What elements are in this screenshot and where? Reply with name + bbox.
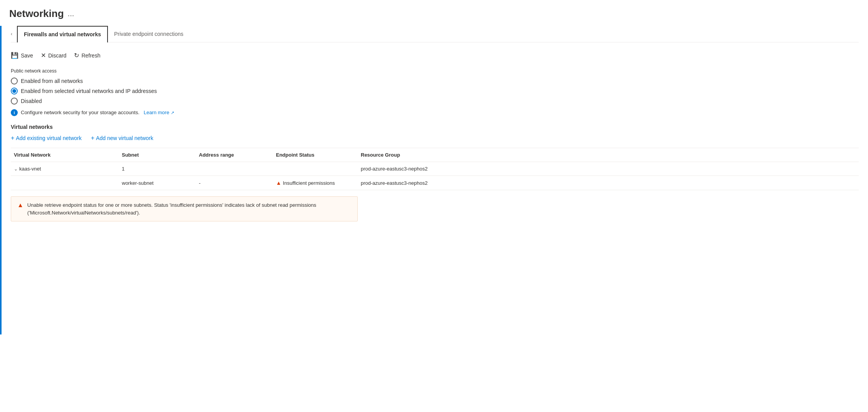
radio-all-networks[interactable]: Enabled from all networks <box>11 78 859 84</box>
content-area: ‹ Firewalls and virtual networks Private… <box>2 26 868 334</box>
collapse-button[interactable]: ‹ <box>11 28 17 40</box>
cell-address-range-2: - <box>196 180 273 186</box>
warning-badge: ▲ Insufficient permissions <box>276 180 335 186</box>
public-network-access-label: Public network access <box>11 68 859 74</box>
cell-subnet-1: 1 <box>119 166 196 172</box>
chevron-down-icon[interactable]: ⌄ <box>14 166 18 172</box>
virtual-networks-table: Virtual Network Subnet Address range End… <box>11 148 859 190</box>
plus-icon-new: + <box>91 135 94 142</box>
warning-box-icon: ▲ <box>17 202 24 209</box>
col-header-resource-group: Resource Group <box>358 152 466 158</box>
warning-triangle-icon: ▲ <box>276 180 281 186</box>
warning-box-text: Unable retrieve endpoint status for one … <box>27 201 351 216</box>
plus-icon-existing: + <box>11 135 14 142</box>
table-row: worker-subnet - ▲ Insufficient permissio… <box>11 176 859 190</box>
radio-group: Enabled from all networks Enabled from s… <box>11 78 859 105</box>
tab-firewalls[interactable]: Firewalls and virtual networks <box>17 26 108 42</box>
radio-circle-selected <box>11 88 18 95</box>
save-icon: 💾 <box>11 52 19 59</box>
radio-selected-networks[interactable]: Enabled from selected virtual networks a… <box>11 88 859 95</box>
refresh-icon: ↻ <box>74 52 79 59</box>
col-header-subnet: Subnet <box>119 152 196 158</box>
radio-circle-all <box>11 78 18 84</box>
info-text: Configure network security for your stor… <box>21 110 174 115</box>
save-button[interactable]: 💾 Save <box>11 50 33 61</box>
table-row: ⌄ kaas-vnet 1 prod-azure-eastusc3-nephos… <box>11 162 859 176</box>
radio-label-selected: Enabled from selected virtual networks a… <box>21 88 157 94</box>
col-header-virtual-network: Virtual Network <box>11 152 119 158</box>
col-header-address-range: Address range <box>196 152 273 158</box>
page-header: Networking ... <box>0 8 868 26</box>
cell-resource-group-1: prod-azure-eastusc3-nephos2 <box>358 166 466 172</box>
tab-private-endpoint[interactable]: Private endpoint connections <box>108 26 190 42</box>
learn-more-link[interactable]: Learn more ↗ <box>142 110 174 115</box>
toolbar: 💾 Save ✕ Discard ↻ Refresh <box>11 50 859 61</box>
page-title: Networking <box>9 8 64 20</box>
warning-box: ▲ Unable retrieve endpoint status for on… <box>11 196 358 221</box>
cell-resource-group-2: prod-azure-eastusc3-nephos2 <box>358 180 466 186</box>
cell-virtual-network-1: ⌄ kaas-vnet <box>11 166 119 172</box>
discard-button[interactable]: ✕ Discard <box>41 50 66 61</box>
radio-disabled[interactable]: Disabled <box>11 98 859 105</box>
add-new-vnet-button[interactable]: + Add new virtual network <box>91 135 153 142</box>
external-link-icon: ↗ <box>171 111 174 115</box>
radio-label-disabled: Disabled <box>21 98 42 104</box>
virtual-networks-section: Virtual networks + Add existing virtual … <box>11 124 859 221</box>
table-header: Virtual Network Subnet Address range End… <box>11 148 859 162</box>
add-existing-vnet-button[interactable]: + Add existing virtual network <box>11 135 82 142</box>
radio-circle-disabled <box>11 98 18 105</box>
virtual-networks-title: Virtual networks <box>11 124 859 130</box>
tabs-container: ‹ Firewalls and virtual networks Private… <box>11 26 859 42</box>
refresh-button[interactable]: ↻ Refresh <box>74 50 100 61</box>
radio-label-all: Enabled from all networks <box>21 78 83 84</box>
ellipsis-menu-icon[interactable]: ... <box>68 9 74 18</box>
info-icon: i <box>11 109 18 116</box>
info-row: i Configure network security for your st… <box>11 109 859 116</box>
discard-icon: ✕ <box>41 52 46 59</box>
main-content: ‹ Firewalls and virtual networks Private… <box>0 26 868 334</box>
add-buttons: + Add existing virtual network + Add new… <box>11 135 859 142</box>
cell-endpoint-status-2: ▲ Insufficient permissions <box>273 180 358 186</box>
public-network-access-section: Public network access Enabled from all n… <box>11 68 859 116</box>
cell-subnet-2: worker-subnet <box>119 180 196 186</box>
col-header-endpoint-status: Endpoint Status <box>273 152 358 158</box>
